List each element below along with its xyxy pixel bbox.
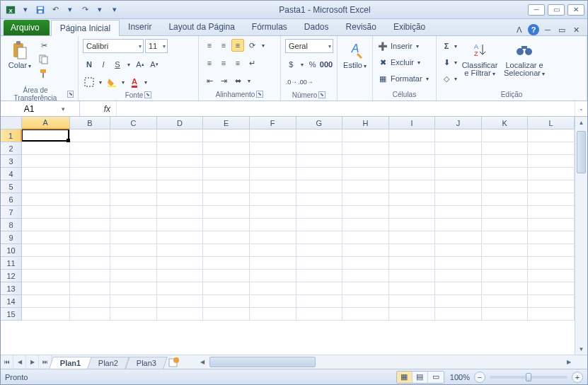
cell-G10[interactable] <box>296 244 343 257</box>
row-header-7[interactable]: 7 <box>1 206 22 219</box>
cell-L12[interactable] <box>528 270 575 282</box>
row-header-12[interactable]: 12 <box>1 270 22 282</box>
decrease-indent-icon[interactable]: ⇤ <box>203 74 216 87</box>
cell-H15[interactable] <box>342 308 389 321</box>
sheet-tab-plan3[interactable]: Plan3 <box>125 357 168 369</box>
cell-B12[interactable] <box>70 270 111 282</box>
cell-H7[interactable] <box>342 206 389 219</box>
undo-dropdown-icon[interactable]: ▾ <box>63 3 77 17</box>
cell-D11[interactable] <box>157 257 204 270</box>
cell-A3[interactable] <box>22 155 70 168</box>
column-header-K[interactable]: K <box>482 117 529 130</box>
cell-I3[interactable] <box>389 155 436 168</box>
cell-F8[interactable] <box>250 219 296 231</box>
cell-A11[interactable] <box>22 257 70 270</box>
scroll-right-icon[interactable]: ▶ <box>563 355 575 369</box>
cell-F15[interactable] <box>250 308 296 321</box>
doc-minimize-icon[interactable]: ─ <box>542 24 553 35</box>
cell-K11[interactable] <box>482 257 529 270</box>
cell-K3[interactable] <box>482 155 529 168</box>
row-header-15[interactable]: 15 <box>1 308 22 321</box>
cell-D6[interactable] <box>157 193 204 206</box>
cell-I14[interactable] <box>389 295 436 308</box>
cell-F11[interactable] <box>250 257 296 270</box>
maximize-button[interactable]: ▭ <box>548 4 565 16</box>
copy-icon[interactable] <box>38 53 50 66</box>
increase-decimal-icon[interactable]: .0→ <box>285 76 298 88</box>
zoom-percent[interactable]: 100% <box>450 373 470 381</box>
cell-J3[interactable] <box>435 155 482 168</box>
cell-F1[interactable] <box>250 130 296 142</box>
cell-G4[interactable] <box>296 168 343 180</box>
column-header-H[interactable]: H <box>342 117 389 130</box>
cell-C11[interactable] <box>110 257 157 270</box>
cell-G15[interactable] <box>296 308 343 321</box>
cell-C5[interactable] <box>110 180 157 193</box>
cell-K5[interactable] <box>482 180 529 193</box>
cell-E6[interactable] <box>203 193 250 206</box>
cell-D3[interactable] <box>157 155 204 168</box>
zoom-in-button[interactable]: + <box>572 372 583 383</box>
cell-F6[interactable] <box>250 193 296 206</box>
cell-H8[interactable] <box>342 219 389 231</box>
align-left-icon[interactable]: ≡ <box>203 57 216 69</box>
accounting-dropdown-icon[interactable]: ▾ <box>299 58 305 71</box>
cell-G2[interactable] <box>296 142 343 155</box>
tab-revisão[interactable]: Revisão <box>338 19 385 35</box>
zoom-out-button[interactable]: − <box>474 372 485 383</box>
orientation-icon[interactable]: ⟳ <box>246 39 258 52</box>
cell-L8[interactable] <box>528 219 575 231</box>
cell-E14[interactable] <box>203 295 250 308</box>
cell-L11[interactable] <box>528 257 575 270</box>
cell-C1[interactable] <box>110 130 157 142</box>
cell-J10[interactable] <box>435 244 482 257</box>
sort-filter-button[interactable]: AZ Classificar e Filtrar <box>460 39 500 79</box>
minimize-ribbon-icon[interactable]: ᐱ <box>514 24 525 35</box>
cell-C8[interactable] <box>110 219 157 231</box>
column-header-E[interactable]: E <box>203 117 250 130</box>
cell-I13[interactable] <box>389 282 436 295</box>
minimize-button[interactable]: ─ <box>528 4 545 16</box>
cell-I7[interactable] <box>389 206 436 219</box>
zoom-slider[interactable] <box>490 376 567 379</box>
cell-D9[interactable] <box>157 231 204 244</box>
cell-G12[interactable] <box>296 270 343 282</box>
decrease-decimal-icon[interactable]: .00→ <box>299 76 312 88</box>
cell-A12[interactable] <box>22 270 70 282</box>
cell-A5[interactable] <box>22 180 70 193</box>
row-header-11[interactable]: 11 <box>1 257 22 270</box>
cell-L15[interactable] <box>528 308 575 321</box>
cell-A4[interactable] <box>22 168 70 180</box>
cell-C10[interactable] <box>110 244 157 257</box>
cell-K12[interactable] <box>482 270 529 282</box>
underline-button[interactable]: S <box>111 58 124 71</box>
number-launcher-icon[interactable]: ⬊ <box>318 91 325 98</box>
cell-E10[interactable] <box>203 244 250 257</box>
alignment-launcher-icon[interactable]: ⬊ <box>256 91 263 98</box>
sheet-nav-next-icon[interactable]: ▶ <box>26 355 39 369</box>
wrap-text-icon[interactable]: ↵ <box>246 57 258 69</box>
cell-G9[interactable] <box>296 231 343 244</box>
cell-A8[interactable] <box>22 219 70 231</box>
cell-B8[interactable] <box>70 219 111 231</box>
scroll-down-icon[interactable]: ▼ <box>575 343 587 355</box>
cell-H2[interactable] <box>342 142 389 155</box>
cell-D1[interactable] <box>157 130 204 142</box>
tab-exibição[interactable]: Exibição <box>385 19 434 35</box>
cell-G6[interactable] <box>296 193 343 206</box>
cell-E11[interactable] <box>203 257 250 270</box>
styles-button[interactable]: A Estilo <box>342 39 368 71</box>
cell-I9[interactable] <box>389 231 436 244</box>
cell-E5[interactable] <box>203 180 250 193</box>
cell-A10[interactable] <box>22 244 70 257</box>
file-tab[interactable]: Arquivo <box>4 20 50 35</box>
cell-C6[interactable] <box>110 193 157 206</box>
cell-J6[interactable] <box>435 193 482 206</box>
column-header-D[interactable]: D <box>157 117 204 130</box>
cell-B10[interactable] <box>70 244 111 257</box>
cell-L6[interactable] <box>528 193 575 206</box>
cell-G5[interactable] <box>296 180 343 193</box>
cell-J5[interactable] <box>435 180 482 193</box>
row-header-2[interactable]: 2 <box>1 142 22 155</box>
cell-F4[interactable] <box>250 168 296 180</box>
